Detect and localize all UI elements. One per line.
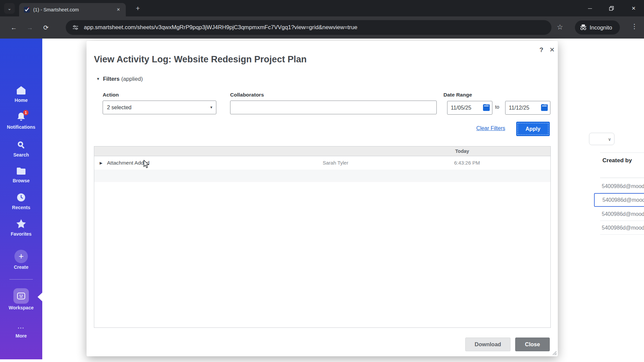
smartsheet-favicon-icon <box>24 7 30 13</box>
notifications-badge: 1 <box>23 110 29 115</box>
url-text: app.smartsheet.com/sheets/v3qwxMgRrP9pqp… <box>84 20 357 35</box>
screen: ⌄ (1) - Smartsheet.com ✕ + ✕ ← <box>0 0 644 362</box>
browser-tab[interactable]: (1) - Smartsheet.com ✕ <box>19 3 126 16</box>
date-range-label: Date Range <box>443 92 472 98</box>
sidebar-item-recents[interactable]: Recents <box>0 193 42 210</box>
window-minimize-button[interactable] <box>586 5 594 12</box>
log-user: Sarah Tyler <box>323 156 348 170</box>
back-icon[interactable]: ← <box>9 23 18 32</box>
grid-cell-email[interactable]: 5400986d@moodjo <box>600 179 644 193</box>
forward-icon[interactable]: → <box>25 23 34 32</box>
filters-applied-note: (applied) <box>121 76 143 82</box>
view-selector[interactable]: ∨ <box>589 133 614 145</box>
log-time: 6:43:26 PM <box>454 156 480 170</box>
sidebar-item-more[interactable]: ⋯ More <box>0 324 42 339</box>
sidebar-item-workspace[interactable]: Workspace <box>0 288 42 310</box>
clear-filters-link[interactable]: Clear Filters <box>476 125 505 131</box>
log-row-ghost <box>94 170 550 182</box>
sidebar-item-home[interactable]: Home <box>0 85 42 103</box>
log-row[interactable]: ▶ Attachment Added Sarah Tyler 6:43:26 P… <box>94 156 550 170</box>
url-bar[interactable]: app.smartsheet.com/sheets/v3qwxMgRrP9pqp… <box>66 20 551 35</box>
browser-menu-icon[interactable]: ⋮ <box>631 22 638 30</box>
window-close-button[interactable]: ✕ <box>630 5 637 12</box>
expand-triangle-icon[interactable]: ▶ <box>100 161 102 165</box>
calendar-icon[interactable]: 31 <box>483 104 490 111</box>
more-dots-icon: ⋯ <box>17 324 25 332</box>
clock-icon <box>16 193 26 203</box>
toolbar-divider <box>600 153 644 153</box>
incognito-icon <box>580 24 587 31</box>
modal-help-button[interactable]: ? <box>537 46 545 54</box>
date-from-input[interactable]: 11/05/25 31 <box>447 101 492 115</box>
tab-title: (1) - Smartsheet.com <box>33 3 79 16</box>
browser-toolbar: ← → ⟳ app.smartsheet.com/sheets/v3qwxMgR… <box>0 16 644 39</box>
action-select[interactable]: 2 selected ▾ <box>103 101 216 114</box>
calendar-icon[interactable]: 31 <box>541 104 548 111</box>
site-settings-icon[interactable] <box>72 24 78 32</box>
plus-circle-icon: + <box>14 250 28 263</box>
tab-list-chevron-icon[interactable]: ⌄ <box>4 3 15 14</box>
caret-down-icon: ▾ <box>210 101 212 114</box>
sidebar-item-search[interactable]: Search <box>0 140 42 158</box>
new-tab-button[interactable]: + <box>133 4 142 13</box>
window-restore-button[interactable] <box>608 5 615 12</box>
workspace-active-notch <box>38 293 42 301</box>
filters-section-toggle[interactable]: ▼Filters(applied) <box>96 76 143 82</box>
grid-cell-email[interactable]: 5400986d@moodjo <box>600 207 644 221</box>
activity-log-table: Today ▶ Attachment Added Sarah Tyler 6:4… <box>94 146 551 328</box>
column-header-created-by[interactable]: Created by <box>602 157 632 164</box>
column-header-divider <box>600 178 644 178</box>
activity-log-modal: ? ✕ View Activity Log: Website Redesign … <box>87 41 558 356</box>
sidebar-item-create[interactable]: + Create <box>0 250 42 270</box>
grid-cell-email-selected[interactable]: 5400986d@moodjo <box>594 193 644 207</box>
sidebar-divider <box>9 279 33 280</box>
search-icon <box>16 140 26 151</box>
action-label: Action <box>103 92 119 98</box>
modal-title: View Activity Log: Website Redesign Proj… <box>94 54 307 65</box>
modal-close-icon[interactable]: ✕ <box>548 46 556 54</box>
workspace-icon <box>13 288 29 304</box>
action-select-value: 2 selected <box>107 105 131 110</box>
tab-close-icon[interactable]: ✕ <box>115 6 122 13</box>
sidebar-item-browse[interactable]: Browse <box>0 167 42 183</box>
home-icon <box>16 85 26 96</box>
browser-tab-bar: ⌄ (1) - Smartsheet.com ✕ + ✕ <box>0 0 644 16</box>
apply-button[interactable]: Apply <box>516 122 550 136</box>
collaborators-label: Collaborators <box>230 92 264 98</box>
close-button[interactable]: Close <box>515 338 550 351</box>
incognito-badge: Incognito <box>575 20 620 35</box>
folder-icon <box>16 167 26 177</box>
filters-heading: Filters <box>103 76 120 82</box>
sidebar-item-favorites[interactable]: Favorites <box>0 219 42 237</box>
download-button[interactable]: Download <box>465 338 511 351</box>
resize-handle[interactable] <box>551 350 557 357</box>
date-to-input[interactable]: 11/12/25 31 <box>505 101 550 115</box>
chevron-down-icon: ∨ <box>608 133 611 145</box>
log-group-header: Today <box>94 146 550 156</box>
bookmark-star-icon[interactable]: ☆ <box>557 23 563 31</box>
date-to-word: to <box>495 104 499 110</box>
app-sidebar: Home 1 Notifications Search Browse R <box>0 39 42 359</box>
log-group-day: Today <box>455 146 469 156</box>
grid-cell-email[interactable]: 5400986d@moodjo <box>600 221 644 235</box>
reload-icon[interactable]: ⟳ <box>42 23 50 32</box>
collapse-triangle-icon: ▼ <box>96 77 100 81</box>
sidebar-item-notifications[interactable]: 1 Notifications <box>0 112 42 130</box>
incognito-label: Incognito <box>590 20 612 35</box>
bell-icon: 1 <box>16 112 26 123</box>
mouse-cursor <box>143 160 151 170</box>
star-icon <box>16 219 26 230</box>
collaborators-input[interactable] <box>230 101 437 114</box>
